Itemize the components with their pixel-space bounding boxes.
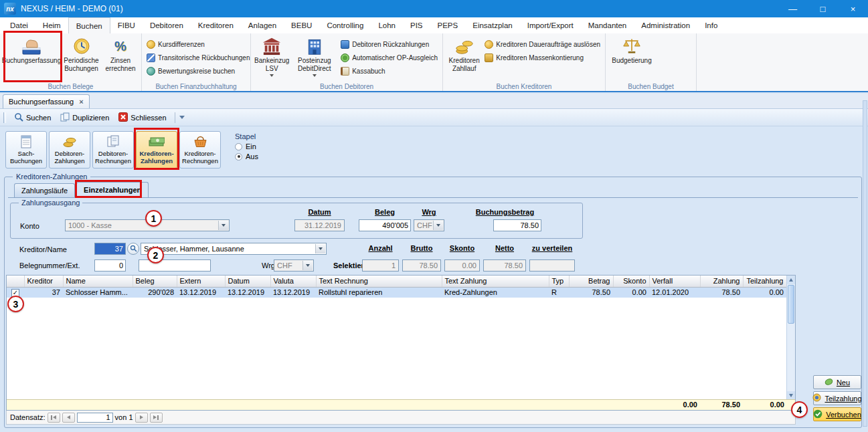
col-text-rechnung[interactable]: Text Rechnung bbox=[316, 276, 442, 287]
menu-debitoren[interactable]: Debitoren bbox=[143, 17, 191, 33]
col-name[interactable]: Name bbox=[63, 276, 133, 287]
col-beleg[interactable]: Beleg bbox=[133, 276, 177, 287]
menu-mandanten[interactable]: Mandanten bbox=[581, 17, 634, 33]
massenkontierung-button[interactable]: Kreditoren Massenkontierung bbox=[483, 52, 602, 63]
col-kreditor[interactable]: Kreditor bbox=[24, 276, 63, 287]
bankeinzug-lsv-label: Bankeinzug LSV bbox=[254, 57, 289, 72]
debitoren-rueckzahlungen-button[interactable]: Debitoren Rückzahlungen bbox=[339, 39, 440, 49]
menu-fibu[interactable]: FIBU bbox=[110, 17, 143, 33]
col-datum[interactable]: Datum bbox=[225, 276, 270, 287]
radio-ein[interactable] bbox=[235, 143, 242, 150]
menu-import-export[interactable]: Import/Export bbox=[520, 17, 581, 33]
grid-empty-area bbox=[7, 298, 786, 399]
menu-lohn[interactable]: Lohn bbox=[371, 17, 403, 33]
nav-next-button[interactable] bbox=[135, 413, 148, 423]
table-row[interactable]: ✓ 37 Schlosser Hamm... 290'028 13.12.201… bbox=[7, 287, 786, 298]
close-button[interactable]: × bbox=[838, 0, 868, 17]
kassabuch-button[interactable]: Kassabuch bbox=[339, 66, 440, 76]
menu-datei[interactable]: Datei bbox=[3, 17, 35, 33]
minimize-button[interactable]: — bbox=[778, 0, 808, 17]
duplicate-icon bbox=[60, 112, 70, 123]
col-skonto[interactable]: Skonto bbox=[613, 276, 649, 287]
col-valuta[interactable]: Valuta bbox=[270, 276, 316, 287]
zinsen-errechnen-button[interactable]: % Zinsen errechnen bbox=[102, 35, 139, 82]
scroll-up-icon[interactable] bbox=[787, 276, 795, 284]
belegnummer-label: Belegnummer/Ext. bbox=[19, 261, 80, 269]
nav-prev-button[interactable] bbox=[62, 413, 75, 423]
kreditor-lookup-button[interactable] bbox=[127, 243, 139, 255]
posteinzug-debitdirect-button[interactable]: Posteinzug DebitDirect bbox=[290, 35, 339, 82]
toolbar-overflow-icon[interactable] bbox=[179, 116, 185, 119]
mode-kreditoren-rechnungen[interactable]: Kreditoren-Rechnungen bbox=[179, 131, 221, 169]
chevron-down-icon[interactable] bbox=[433, 221, 443, 230]
periodische-buchungen-button[interactable]: Periodische Buchungen bbox=[60, 35, 102, 82]
belegnummer-input[interactable] bbox=[94, 259, 126, 272]
transitorische-rueckbuchungen-button[interactable]: Transitorische Rückbuchungen bbox=[145, 52, 252, 63]
mode-kreditoren-zahlungen[interactable]: Kreditoren-Zahlungen bbox=[136, 131, 177, 169]
toolbar-separator bbox=[175, 112, 175, 123]
col-text-zahlung[interactable]: Text Zahlung bbox=[442, 276, 549, 287]
radio-aus[interactable] bbox=[235, 153, 242, 160]
mode-debitoren-rechnungen[interactable]: Debitoren-Rechnungen bbox=[92, 131, 134, 169]
kursdifferenzen-button[interactable]: Kursdifferenzen bbox=[145, 39, 252, 49]
col-extern[interactable]: Extern bbox=[177, 276, 225, 287]
verbuchen-button[interactable]: Verbuchen bbox=[813, 407, 861, 421]
menu-einsatzplan[interactable]: Einsatzplan bbox=[465, 17, 519, 33]
grid-scrollbar[interactable] bbox=[786, 276, 795, 400]
tab-zahlungslaeufe[interactable]: Zahlungsläufe bbox=[14, 183, 75, 197]
col-teilzahlung[interactable]: Teilzahlung bbox=[743, 276, 786, 287]
nav-last-button[interactable] bbox=[150, 413, 163, 423]
suchen-button[interactable]: Suchen bbox=[10, 111, 55, 124]
menu-bebu[interactable]: BEBU bbox=[284, 17, 319, 33]
neu-label: Neu bbox=[837, 379, 850, 387]
tab-einzelzahlungen[interactable]: Einzelzahlungen bbox=[76, 182, 149, 197]
col-verfall[interactable]: Verfall bbox=[649, 276, 700, 287]
menu-kreditoren[interactable]: Kreditoren bbox=[191, 17, 241, 33]
record-number-input[interactable] bbox=[77, 413, 113, 423]
tab-buchungserfassung[interactable]: Buchungserfassung × bbox=[3, 94, 90, 108]
neu-button[interactable]: Neu bbox=[813, 375, 861, 389]
bankeinzug-lsv-button[interactable]: Bankeinzug LSV bbox=[254, 35, 290, 82]
scrollbar-thumb[interactable] bbox=[788, 285, 794, 324]
wrg-select[interactable]: CHF bbox=[414, 219, 444, 231]
cell-teilzahlung: 0.00 bbox=[743, 287, 786, 298]
chevron-down-icon[interactable] bbox=[302, 261, 313, 270]
menu-buchen[interactable]: Buchen bbox=[68, 17, 110, 33]
wrg-select-2[interactable]: CHF bbox=[274, 259, 314, 272]
dauerauftraege-button[interactable]: Kreditoren Daueraufträge auslösen bbox=[483, 39, 602, 49]
mode-sach-buchungen[interactable]: Sach-Buchungen bbox=[5, 131, 47, 169]
nav-first-button[interactable] bbox=[48, 413, 60, 423]
menu-controlling[interactable]: Controlling bbox=[319, 17, 371, 33]
chevron-down-icon[interactable] bbox=[218, 221, 228, 230]
menu-anlagen[interactable]: Anlagen bbox=[241, 17, 284, 33]
stapel-aus-option[interactable]: Aus bbox=[235, 152, 258, 160]
bewertungskreise-button[interactable]: Bewertungskreise buchen bbox=[145, 66, 252, 76]
col-check[interactable] bbox=[7, 276, 24, 287]
schliessen-button[interactable]: Schliessen bbox=[114, 111, 170, 124]
beleg-input[interactable] bbox=[359, 219, 411, 231]
kursdifferenzen-label: Kursdifferenzen bbox=[158, 41, 205, 48]
menu-administration[interactable]: Administration bbox=[634, 17, 697, 33]
buchungserfassung-button[interactable]: Buchungserfassung bbox=[3, 35, 60, 82]
budgetierung-button[interactable]: Budgetierung bbox=[608, 35, 655, 82]
workspace-scroll-strip[interactable] bbox=[863, 100, 867, 427]
col-typ[interactable]: Typ bbox=[549, 276, 569, 287]
stapel-ein-option[interactable]: Ein bbox=[235, 142, 258, 150]
teilzahlung-button[interactable]: Teilzahlung bbox=[813, 391, 861, 405]
op-ausgleich-button[interactable]: Automatischer OP-Ausgleich bbox=[339, 52, 440, 63]
buchungsbetrag-input[interactable] bbox=[493, 219, 541, 231]
menu-info[interactable]: Info bbox=[697, 17, 725, 33]
menu-peps[interactable]: PEPS bbox=[430, 17, 466, 33]
tab-close-icon[interactable]: × bbox=[79, 98, 83, 106]
chevron-down-icon[interactable] bbox=[315, 244, 325, 253]
menu-pis[interactable]: PIS bbox=[403, 17, 430, 33]
kreditor-name-select[interactable]: Schlosser, Hammer, Lausanne bbox=[141, 243, 327, 255]
duplizieren-button[interactable]: Duplizieren bbox=[56, 111, 113, 124]
mode-debitoren-zahlungen[interactable]: Debitoren-Zahlungen bbox=[49, 131, 90, 169]
kreditor-nummer-input[interactable] bbox=[94, 243, 126, 255]
maximize-button[interactable]: □ bbox=[808, 0, 838, 17]
col-betrag[interactable]: Betrag bbox=[569, 276, 613, 287]
col-zahlung[interactable]: Zahlung bbox=[700, 276, 743, 287]
menu-heim[interactable]: Heim bbox=[35, 17, 68, 33]
kreditoren-zahllauf-button[interactable]: Kreditoren Zahllauf bbox=[446, 35, 483, 82]
